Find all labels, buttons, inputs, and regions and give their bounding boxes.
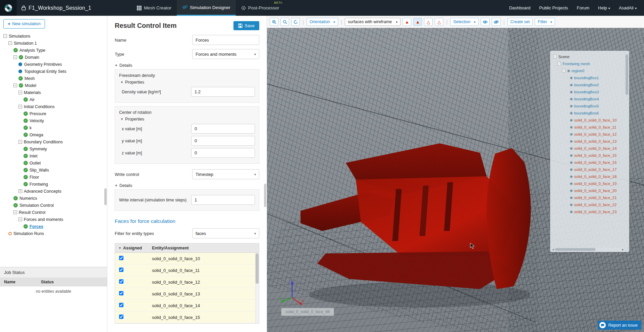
scene-node-region[interactable]: −◉region0 [552,67,628,74]
3d-canvas[interactable]: −Scene−Frontwing mesh−◉region0◉boundingB… [267,28,644,332]
orientation-dropdown[interactable]: Orientation [307,18,338,26]
zoom-window-button[interactable] [280,18,289,26]
show-hidden-button[interactable] [481,18,490,26]
nav-link-forum[interactable]: Forum [577,5,590,10]
scene-node-solid-0-solid-0-face-11[interactable]: ◉solid_0_solid_0_face_11 [552,124,628,131]
scene-node-solid-0-solid-0-face-15[interactable]: ◉solid_0_solid_0_face_15 [552,152,628,159]
nav-user-menu[interactable]: AsadAli [619,5,637,10]
name-input[interactable] [192,35,259,45]
scene-node-solid-0-solid-0-face-23[interactable]: ◉solid_0_solid_0_face_23 [552,208,628,215]
minus-expander-icon[interactable]: − [18,140,22,144]
face-assigned-checkbox[interactable] [119,315,123,319]
minus-expander-icon[interactable]: − [18,105,22,108]
scene-node-boundingbox2[interactable]: ◉boundingBox2 [552,81,628,88]
scene-node-boundingbox3[interactable]: ◉boundingBox3 [552,88,628,95]
tree-item-forces-and-moments[interactable]: −Forces and moments [0,216,107,223]
scene-node-boundingbox6[interactable]: ◉boundingBox6 [552,109,628,116]
tree-item-boundary-conditions[interactable]: −Boundary Conditions [0,138,107,145]
scene-node-boundingbox1[interactable]: ◉boundingBox1 [552,74,628,81]
tree-item-advanced-concepts[interactable]: +Advanced Concepts [0,188,107,195]
scene-node-solid-0-solid-0-face-17[interactable]: ◉solid_0_solid_0_face_17 [552,166,628,173]
x-value-input[interactable] [191,124,255,134]
create-set-button[interactable]: Create set [507,18,533,26]
tree-item-simulation-runs[interactable]: Simulation Runs [0,230,107,237]
tree-item-mesh[interactable]: ✓Mesh [0,75,107,82]
visibility-eye-icon[interactable]: ◉ [570,83,573,87]
tree-item-model[interactable]: −✓Model [0,82,107,89]
visibility-eye-icon[interactable]: ◉ [567,69,570,73]
tree-item-pressure[interactable]: ✓Pressure [0,110,107,117]
tree-item-air[interactable]: ✓Air [0,96,107,103]
app-logo[interactable] [0,0,17,16]
visibility-eye-icon[interactable]: ◉ [570,160,573,164]
minus-expander-icon[interactable]: − [18,91,22,94]
tree-item-floor[interactable]: ✓Floor [0,174,107,181]
reset-view-button[interactable] [291,18,300,26]
visibility-eye-icon[interactable]: ◉ [570,104,573,108]
density-input[interactable] [191,87,255,97]
tree-item-result-control[interactable]: −Result Control [0,209,107,216]
visibility-eye-icon[interactable]: ◉ [570,153,573,157]
hide-selection-button[interactable] [492,18,501,26]
scene-node-solid-0-solid-0-face-21[interactable]: ◉solid_0_solid_0_face_21 [552,194,628,201]
nav-help[interactable]: Help [598,5,610,10]
filter-dropdown[interactable]: Filter [535,18,555,26]
visibility-eye-icon[interactable]: ◉ [570,97,573,101]
tree-item-slip-walls[interactable]: ✓Slip_Walls [0,167,107,174]
minus-expander-icon[interactable]: − [3,34,7,38]
nav-link-dashboard[interactable]: Dashboard [509,5,531,10]
tree-item-materials[interactable]: −Materials [0,89,107,96]
tree-item-domain[interactable]: −✓Domain [0,54,107,61]
scene-node-solid-0-solid-0-face-20[interactable]: ◉solid_0_solid_0_face_20 [552,187,628,194]
tree-item-velocity[interactable]: ✓Velocity [0,117,107,124]
tab-post-processor[interactable]: Post-Processor BETA [236,0,284,16]
minus-expander-icon[interactable]: − [557,62,561,65]
tree-item-simulation-1[interactable]: −Simulation 1 [0,40,107,47]
nav-link-public-projects[interactable]: Public Projects [539,5,568,10]
tree-item-outlet[interactable]: ✓Outlet [0,159,107,167]
visibility-eye-icon[interactable]: ◉ [570,210,573,214]
details-collapse-header[interactable]: Details [115,63,259,68]
tree-item-analysis-type[interactable]: ✓Analysis Type [0,47,107,54]
mesh-quality-toggle-2[interactable]: ▲ [413,18,422,26]
tree-item-numerics[interactable]: ✓Numerics [0,195,107,202]
plus-expander-icon[interactable]: + [18,189,22,193]
minus-expander-icon[interactable]: − [8,41,12,45]
save-button[interactable]: Save [233,21,259,30]
scene-node-solid-0-solid-0-face-22[interactable]: ◉solid_0_solid_0_face_22 [552,201,628,208]
scene-node-boundingbox5[interactable]: ◉boundingBox5 [552,102,628,109]
tree-item-topological-entity-sets[interactable]: Topological Entity Sets [0,68,107,75]
mesh-quality-toggle-1[interactable]: ▲ [402,18,411,26]
scene-node-solid-0-solid-0-face-14[interactable]: ◉solid_0_solid_0_face_14 [552,145,628,152]
face-assigned-checkbox[interactable] [119,256,123,260]
tree-item-simulations[interactable]: −Simulations [0,33,107,40]
zoom-in-button[interactable] [270,18,278,26]
mesh-quality-toggle-4[interactable]: △ [435,18,443,26]
tree-item-k[interactable]: ✓k [0,124,107,131]
scene-tree-vertical-scrollbar[interactable] [626,54,628,95]
scene-node-solid-0-solid-0-face-13[interactable]: ◉solid_0_solid_0_face_13 [552,138,628,145]
z-value-input[interactable] [191,148,255,158]
y-value-input[interactable] [191,136,255,146]
visibility-eye-icon[interactable]: ◉ [570,132,573,136]
scene-node-solid-0-solid-0-face-10[interactable]: ◉solid_0_solid_0_face_10 [552,116,628,124]
center-properties-header[interactable]: Properties [120,117,255,122]
scene-node-solid-0-solid-0-face-12[interactable]: ◉solid_0_solid_0_face_12 [552,131,628,138]
freestream-properties-header[interactable]: Properties [120,80,255,85]
tree-item-inlet[interactable]: ✓Inlet [0,152,107,159]
visibility-eye-icon[interactable]: ◉ [570,203,573,206]
tree-item-geometry-primitives[interactable]: Geometry Primitives [0,61,107,68]
visibility-eye-icon[interactable]: ◉ [570,168,573,171]
type-select[interactable]: Forces and moments [192,49,259,59]
scroll-right-arrow-icon[interactable]: ► [621,248,625,251]
visibility-eye-icon[interactable]: ◉ [570,182,573,185]
tree-item-simulation-control[interactable]: ✓Simulation Control [0,202,107,209]
minus-expander-icon[interactable]: − [13,84,17,87]
frontwing-mesh-model[interactable] [299,139,540,310]
scene-node-solid-0-solid-0-face-16[interactable]: ◉solid_0_solid_0_face_16 [552,159,628,166]
mesh-quality-toggle-3[interactable]: △ [424,18,433,26]
minus-expander-icon[interactable]: − [562,69,566,73]
scroll-left-arrow-icon[interactable]: ◄ [551,248,555,251]
visibility-eye-icon[interactable]: ◉ [570,189,573,192]
tree-item-frontwing[interactable]: ✓Frontwing [0,181,107,188]
